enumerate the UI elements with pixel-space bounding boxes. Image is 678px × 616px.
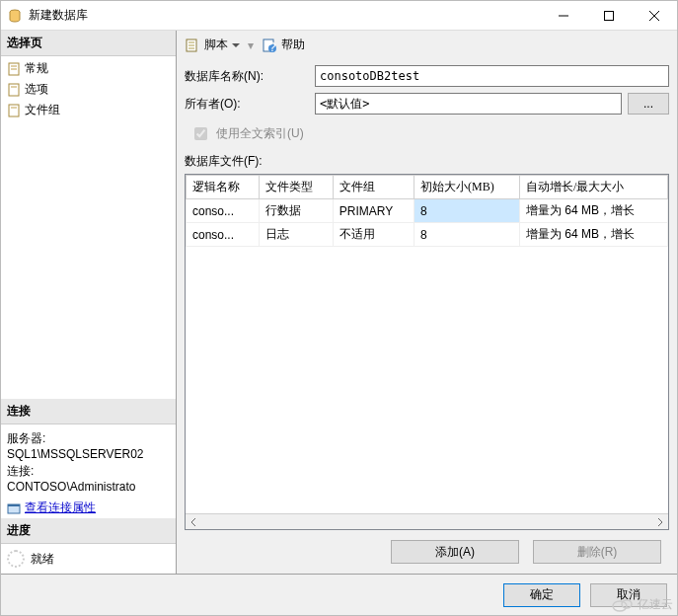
table-row[interactable]: conso... 行数据 PRIMARY 8 增量为 64 MB，增长 <box>187 199 668 223</box>
page-list: 常规 选项 文件组 <box>1 56 176 122</box>
dialog-window: 新建数据库 选择页 常规 选项 文件组 连接 <box>0 0 678 616</box>
dialog-footer: 确定 取消 亿速云 <box>1 574 677 615</box>
owner-label: 所有者(O): <box>185 96 315 113</box>
connection-header: 连接 <box>1 399 176 424</box>
svg-rect-13 <box>8 504 20 506</box>
fulltext-checkbox <box>194 127 207 140</box>
scroll-left-icon[interactable] <box>186 514 201 530</box>
svg-point-18 <box>613 601 627 611</box>
svg-text:?: ? <box>269 40 276 53</box>
sidebar-item-options[interactable]: 选项 <box>1 79 176 100</box>
toolbar: 脚本 ▾ ? 帮助 <box>177 31 677 59</box>
conn-value: CONTOSO\Administrato <box>7 480 170 494</box>
scroll-right-icon[interactable] <box>652 514 668 530</box>
window-title: 新建数据库 <box>29 7 541 24</box>
watermark: 亿速云 <box>612 596 673 613</box>
help-icon: ? <box>262 38 277 53</box>
select-page-header: 选择页 <box>1 31 176 56</box>
sidebar-item-general[interactable]: 常规 <box>1 58 176 79</box>
ok-button[interactable]: 确定 <box>503 583 580 607</box>
minimize-button[interactable] <box>541 1 586 31</box>
files-label: 数据库文件(F): <box>185 151 669 174</box>
sidebar-item-label: 选项 <box>25 81 48 98</box>
script-icon <box>185 38 200 53</box>
server-value: SQL1\MSSQLSERVER02 <box>7 447 170 461</box>
col-logical-name[interactable]: 逻辑名称 <box>187 176 260 199</box>
spinner-icon <box>7 550 25 568</box>
view-connection-properties-link[interactable]: 查看连接属性 <box>1 498 176 518</box>
help-button[interactable]: 帮助 <box>281 37 305 53</box>
db-name-label: 数据库名称(N): <box>185 68 315 85</box>
owner-browse-button[interactable]: ... <box>628 93 669 115</box>
table-row[interactable]: conso... 日志 不适用 8 增量为 64 MB，增长 <box>187 223 668 247</box>
connection-info: 服务器: SQL1\MSSQLSERVER02 连接: CONTOSO\Admi… <box>1 424 176 498</box>
files-grid[interactable]: 逻辑名称 文件类型 文件组 初始大小(MB) 自动增长/最大大小 conso..… <box>185 174 669 530</box>
script-button[interactable]: 脚本 <box>204 37 228 53</box>
svg-rect-10 <box>9 105 19 116</box>
sidebar-item-filegroups[interactable]: 文件组 <box>1 100 176 120</box>
maximize-button[interactable] <box>586 1 632 31</box>
sidebar-item-label: 常规 <box>25 60 48 77</box>
col-filegroup[interactable]: 文件组 <box>333 176 414 199</box>
title-bar[interactable]: 新建数据库 <box>1 1 677 31</box>
horizontal-scrollbar[interactable] <box>186 513 668 529</box>
add-button[interactable]: 添加(A) <box>391 540 519 564</box>
progress-status-row: 就绪 <box>1 544 176 574</box>
db-name-input[interactable] <box>315 65 669 87</box>
col-autogrowth[interactable]: 自动增长/最大大小 <box>519 176 667 199</box>
properties-icon <box>7 501 21 515</box>
sidebar: 选择页 常规 选项 文件组 连接 服务器: SQL1\MSSQLS <box>1 31 177 574</box>
col-init-size[interactable]: 初始大小(MB) <box>414 176 520 199</box>
col-file-type[interactable]: 文件类型 <box>260 176 333 199</box>
conn-label: 连接: <box>7 463 170 480</box>
progress-header: 进度 <box>1 518 176 544</box>
main-panel: 脚本 ▾ ? 帮助 数据库名称(N): 所有者(O): ... 使用 <box>177 31 677 574</box>
page-icon <box>7 62 21 76</box>
server-label: 服务器: <box>7 430 170 447</box>
svg-rect-8 <box>9 84 19 96</box>
close-button[interactable] <box>632 1 677 31</box>
page-icon <box>7 83 21 97</box>
progress-status: 就绪 <box>31 551 54 568</box>
database-icon <box>7 8 23 24</box>
delete-button: 删除(R) <box>533 540 661 564</box>
fulltext-label: 使用全文索引(U) <box>216 125 304 142</box>
dropdown-icon[interactable] <box>232 41 240 49</box>
selected-cell[interactable]: 8 <box>414 199 520 223</box>
svg-rect-2 <box>605 11 614 20</box>
sidebar-item-label: 文件组 <box>25 102 60 118</box>
form-area: 数据库名称(N): 所有者(O): ... 使用全文索引(U) <box>177 59 677 151</box>
owner-input[interactable] <box>315 93 622 115</box>
page-icon <box>7 104 21 117</box>
